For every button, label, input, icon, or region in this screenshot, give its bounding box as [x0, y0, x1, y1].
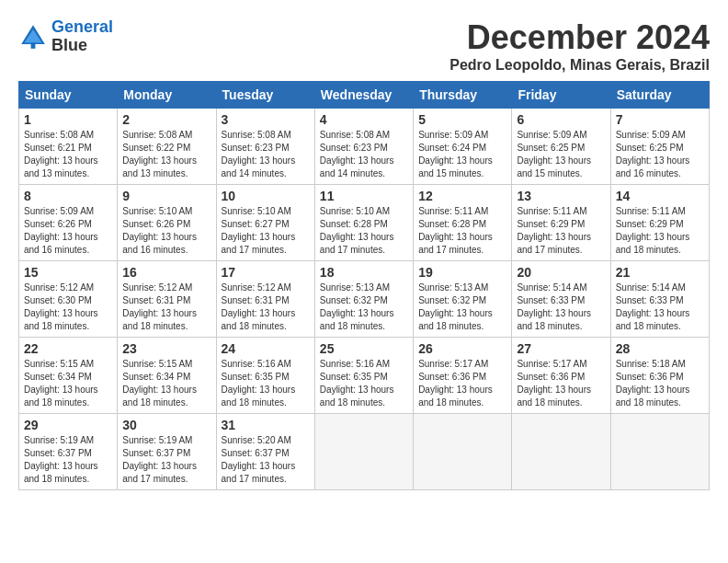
day-info: Sunrise: 5:10 AM Sunset: 6:26 PM Dayligh…	[122, 205, 210, 257]
logo: General Blue	[18, 18, 113, 55]
calendar-day-cell: 16 Sunrise: 5:12 AM Sunset: 6:31 PM Dayl…	[118, 261, 216, 338]
calendar-day-cell: 8 Sunrise: 5:09 AM Sunset: 6:26 PM Dayli…	[19, 185, 118, 261]
title-area: December 2024 Pedro Leopoldo, Minas Gera…	[449, 18, 710, 74]
calendar-day-cell: 22 Sunrise: 5:15 AM Sunset: 6:34 PM Dayl…	[19, 338, 118, 414]
weekday-header: Friday	[512, 82, 610, 109]
weekday-header: Thursday	[414, 82, 512, 109]
day-info: Sunrise: 5:10 AM Sunset: 6:27 PM Dayligh…	[222, 205, 310, 257]
day-number: 20	[517, 265, 605, 280]
calendar-day-cell	[314, 414, 413, 490]
month-title: December 2024	[449, 18, 710, 57]
day-info: Sunrise: 5:20 AM Sunset: 6:37 PM Dayligh…	[222, 434, 310, 486]
day-info: Sunrise: 5:15 AM Sunset: 6:34 PM Dayligh…	[122, 358, 210, 409]
day-number: 24	[222, 341, 310, 356]
calendar-day-cell: 1 Sunrise: 5:08 AM Sunset: 6:21 PM Dayli…	[19, 109, 118, 185]
calendar-day-cell: 24 Sunrise: 5:16 AM Sunset: 6:35 PM Dayl…	[216, 338, 314, 414]
header: General Blue December 2024 Pedro Leopold…	[18, 18, 710, 74]
day-number: 23	[122, 341, 210, 356]
calendar-day-cell: 27 Sunrise: 5:17 AM Sunset: 6:36 PM Dayl…	[512, 338, 610, 414]
calendar-day-cell: 12 Sunrise: 5:11 AM Sunset: 6:28 PM Dayl…	[414, 185, 512, 261]
day-number: 15	[24, 265, 112, 280]
day-number: 19	[418, 265, 506, 280]
day-number: 16	[122, 265, 210, 280]
day-number: 8	[24, 189, 112, 203]
calendar-day-cell: 31 Sunrise: 5:20 AM Sunset: 6:37 PM Dayl…	[216, 414, 314, 490]
svg-rect-2	[31, 42, 36, 48]
calendar-day-cell: 5 Sunrise: 5:09 AM Sunset: 6:24 PM Dayli…	[414, 109, 512, 185]
calendar-day-cell: 6 Sunrise: 5:09 AM Sunset: 6:25 PM Dayli…	[512, 109, 610, 185]
day-info: Sunrise: 5:16 AM Sunset: 6:35 PM Dayligh…	[222, 358, 310, 409]
day-info: Sunrise: 5:19 AM Sunset: 6:37 PM Dayligh…	[122, 434, 210, 486]
day-info: Sunrise: 5:13 AM Sunset: 6:32 PM Dayligh…	[320, 282, 408, 333]
day-info: Sunrise: 5:13 AM Sunset: 6:32 PM Dayligh…	[418, 282, 506, 333]
day-number: 11	[320, 189, 408, 203]
day-number: 14	[616, 189, 704, 203]
calendar-day-cell	[512, 414, 610, 490]
calendar-day-cell: 20 Sunrise: 5:14 AM Sunset: 6:33 PM Dayl…	[512, 261, 610, 338]
calendar-day-cell: 29 Sunrise: 5:19 AM Sunset: 6:37 PM Dayl…	[19, 414, 118, 490]
day-number: 4	[320, 112, 408, 127]
day-number: 22	[24, 341, 112, 356]
day-number: 9	[122, 189, 210, 203]
day-info: Sunrise: 5:09 AM Sunset: 6:25 PM Dayligh…	[517, 129, 605, 180]
calendar-week-row: 15 Sunrise: 5:12 AM Sunset: 6:30 PM Dayl…	[19, 261, 710, 338]
day-number: 7	[616, 112, 704, 127]
day-info: Sunrise: 5:18 AM Sunset: 6:36 PM Dayligh…	[616, 358, 704, 409]
day-info: Sunrise: 5:09 AM Sunset: 6:25 PM Dayligh…	[616, 129, 704, 180]
logo-icon	[18, 22, 48, 52]
location: Pedro Leopoldo, Minas Gerais, Brazil	[449, 57, 710, 74]
day-number: 13	[517, 189, 605, 203]
day-number: 29	[24, 418, 112, 432]
calendar-day-cell: 9 Sunrise: 5:10 AM Sunset: 6:26 PM Dayli…	[118, 185, 216, 261]
calendar-day-cell: 25 Sunrise: 5:16 AM Sunset: 6:35 PM Dayl…	[314, 338, 413, 414]
day-number: 6	[517, 112, 605, 127]
day-number: 18	[320, 265, 408, 280]
day-info: Sunrise: 5:17 AM Sunset: 6:36 PM Dayligh…	[418, 358, 506, 409]
calendar-day-cell: 18 Sunrise: 5:13 AM Sunset: 6:32 PM Dayl…	[314, 261, 413, 338]
day-info: Sunrise: 5:14 AM Sunset: 6:33 PM Dayligh…	[616, 282, 704, 333]
calendar-day-cell: 13 Sunrise: 5:11 AM Sunset: 6:29 PM Dayl…	[512, 185, 610, 261]
calendar-day-cell: 21 Sunrise: 5:14 AM Sunset: 6:33 PM Dayl…	[610, 261, 709, 338]
day-number: 17	[222, 265, 310, 280]
calendar-day-cell: 4 Sunrise: 5:08 AM Sunset: 6:23 PM Dayli…	[314, 109, 413, 185]
day-info: Sunrise: 5:12 AM Sunset: 6:31 PM Dayligh…	[222, 282, 310, 333]
calendar-day-cell: 11 Sunrise: 5:10 AM Sunset: 6:28 PM Dayl…	[314, 185, 413, 261]
calendar-table: SundayMondayTuesdayWednesdayThursdayFrid…	[18, 81, 710, 490]
day-number: 28	[616, 341, 704, 356]
weekday-header: Monday	[118, 82, 216, 109]
day-info: Sunrise: 5:17 AM Sunset: 6:36 PM Dayligh…	[517, 358, 605, 409]
day-info: Sunrise: 5:19 AM Sunset: 6:37 PM Dayligh…	[24, 434, 112, 486]
day-info: Sunrise: 5:12 AM Sunset: 6:30 PM Dayligh…	[24, 282, 112, 333]
day-info: Sunrise: 5:10 AM Sunset: 6:28 PM Dayligh…	[320, 205, 408, 257]
day-info: Sunrise: 5:08 AM Sunset: 6:23 PM Dayligh…	[320, 129, 408, 180]
day-info: Sunrise: 5:12 AM Sunset: 6:31 PM Dayligh…	[122, 282, 210, 333]
calendar-day-cell: 14 Sunrise: 5:11 AM Sunset: 6:29 PM Dayl…	[610, 185, 709, 261]
calendar-day-cell: 30 Sunrise: 5:19 AM Sunset: 6:37 PM Dayl…	[118, 414, 216, 490]
day-number: 10	[222, 189, 310, 203]
calendar-day-cell: 17 Sunrise: 5:12 AM Sunset: 6:31 PM Dayl…	[216, 261, 314, 338]
calendar-day-cell	[414, 414, 512, 490]
day-info: Sunrise: 5:08 AM Sunset: 6:21 PM Dayligh…	[24, 129, 112, 180]
weekday-header: Saturday	[610, 82, 709, 109]
day-number: 2	[122, 112, 210, 127]
weekday-header: Tuesday	[216, 82, 314, 109]
calendar-week-row: 22 Sunrise: 5:15 AM Sunset: 6:34 PM Dayl…	[19, 338, 710, 414]
calendar-day-cell	[610, 414, 709, 490]
day-number: 12	[418, 189, 506, 203]
day-info: Sunrise: 5:08 AM Sunset: 6:22 PM Dayligh…	[122, 129, 210, 180]
logo-text: General Blue	[51, 18, 113, 55]
day-info: Sunrise: 5:14 AM Sunset: 6:33 PM Dayligh…	[517, 282, 605, 333]
day-info: Sunrise: 5:16 AM Sunset: 6:35 PM Dayligh…	[320, 358, 408, 409]
day-info: Sunrise: 5:09 AM Sunset: 6:24 PM Dayligh…	[418, 129, 506, 180]
calendar-week-row: 29 Sunrise: 5:19 AM Sunset: 6:37 PM Dayl…	[19, 414, 710, 490]
day-number: 26	[418, 341, 506, 356]
weekday-header: Sunday	[19, 82, 118, 109]
header-row: SundayMondayTuesdayWednesdayThursdayFrid…	[19, 82, 710, 109]
calendar-week-row: 8 Sunrise: 5:09 AM Sunset: 6:26 PM Dayli…	[19, 185, 710, 261]
day-number: 27	[517, 341, 605, 356]
calendar-day-cell: 28 Sunrise: 5:18 AM Sunset: 6:36 PM Dayl…	[610, 338, 709, 414]
calendar-week-row: 1 Sunrise: 5:08 AM Sunset: 6:21 PM Dayli…	[19, 109, 710, 185]
calendar-day-cell: 15 Sunrise: 5:12 AM Sunset: 6:30 PM Dayl…	[19, 261, 118, 338]
calendar-day-cell: 19 Sunrise: 5:13 AM Sunset: 6:32 PM Dayl…	[414, 261, 512, 338]
calendar-day-cell: 26 Sunrise: 5:17 AM Sunset: 6:36 PM Dayl…	[414, 338, 512, 414]
